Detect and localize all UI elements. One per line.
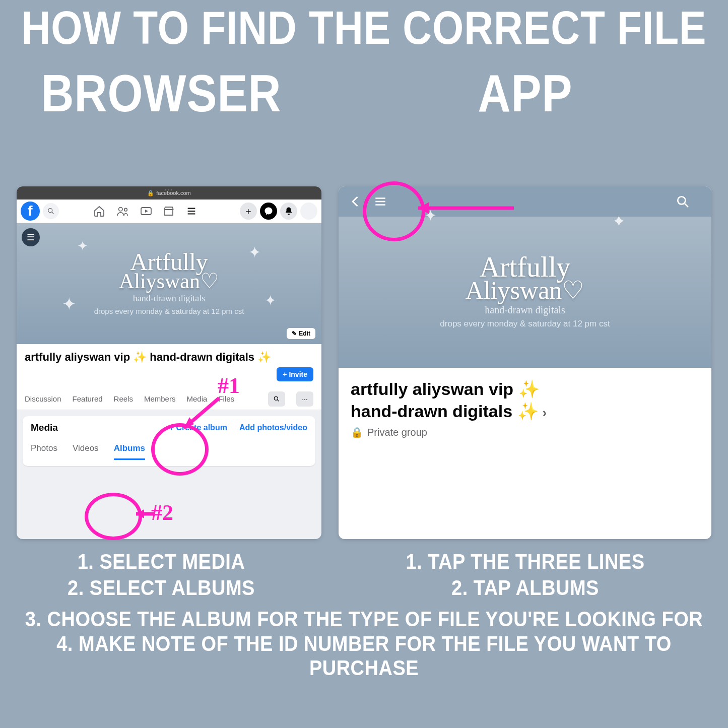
search-icon[interactable] [676, 195, 701, 208]
browser-heading: BROWSER [0, 63, 322, 123]
bell-icon[interactable] [280, 203, 297, 220]
browser-url-bar: ••• 🔒facebook.com [17, 186, 321, 200]
tab-reels[interactable]: Reels [114, 391, 133, 406]
subtab-albums[interactable]: Albums [114, 443, 145, 460]
app-cover: ✦ ✦ ✦ ✦ Artfully Aliyswan♡ hand-drawn di… [339, 217, 711, 368]
brand-tagline: hand-drawn digitals [485, 304, 565, 316]
shared-step-4: 4. MAKE NOTE OF THE ID NUMBER FOR THE FI… [0, 632, 728, 680]
facebook-logo-icon[interactable]: f [21, 202, 40, 221]
media-section: Media + Create album Add photos/video Ph… [23, 416, 315, 466]
svg-line-1 [52, 212, 53, 214]
facebook-topbar: f ＋ [17, 200, 321, 223]
brand-drops: drops every monday & saturday at 12 pm c… [440, 319, 610, 329]
app-group-title: artfully aliyswan vip ✨ hand-drawn digit… [351, 378, 699, 422]
search-icon[interactable] [43, 203, 59, 219]
svg-point-3 [124, 208, 127, 211]
brand-line2: Aliyswan♡ [466, 280, 585, 301]
invite-button[interactable]: + Invite [277, 367, 313, 381]
subtab-videos[interactable]: Videos [73, 443, 99, 460]
browser-step-1: 1. SELECT MEDIA [0, 550, 322, 574]
edit-button[interactable]: ✎Edit [287, 328, 315, 339]
svg-point-0 [48, 209, 52, 213]
app-step-1: 1. TAP THE THREE LINES [322, 550, 728, 574]
svg-point-8 [274, 396, 278, 400]
window-dots: ••• [165, 187, 173, 192]
svg-point-2 [118, 208, 122, 211]
create-album-link[interactable]: + Create album [169, 423, 227, 432]
app-heading: APP [322, 63, 728, 123]
chevron-right-icon: › [543, 405, 547, 420]
tab-files[interactable]: Files [218, 391, 234, 406]
svg-line-9 [278, 400, 279, 401]
media-heading: Media [31, 422, 58, 433]
brand-drops: drops every monday & saturday at 12 pm c… [94, 307, 244, 315]
friends-icon[interactable] [116, 205, 137, 217]
lock-icon: 🔒 [351, 426, 363, 438]
hamburger-icon[interactable] [186, 206, 206, 217]
group-tabs: Discussion Featured Reels Members Media … [17, 388, 321, 410]
pencil-icon: ✎ [292, 330, 297, 337]
tab-featured[interactable]: Featured [73, 391, 103, 406]
hamburger-icon[interactable] [374, 195, 399, 208]
group-title: artfully aliyswan vip ✨ hand-drawn digit… [25, 350, 313, 364]
url-text: facebook.com [156, 190, 190, 196]
group-cover: ☰ ✦ ✦ ✦ ✦ Artfully Aliyswan♡ hand-drawn … [17, 223, 321, 344]
brand-tagline: hand-drawn digitals [133, 293, 205, 304]
app-screenshot: ✦ ✦ ✦ ✦ Artfully Aliyswan♡ hand-drawn di… [339, 186, 711, 539]
svg-point-13 [678, 196, 685, 204]
browser-screenshot: ••• 🔒facebook.com f ＋ [17, 186, 321, 539]
app-step-2: 2. TAP ALBUMS [322, 576, 728, 600]
svg-line-14 [685, 204, 688, 207]
home-icon[interactable] [93, 205, 113, 217]
plus-icon[interactable]: ＋ [240, 203, 257, 220]
marketplace-icon[interactable] [163, 205, 183, 217]
shared-step-3: 3. CHOOSE THE ALBUM FOR THE TYPE OF FILE… [0, 608, 728, 631]
browser-step-2: 2. SELECT ALBUMS [0, 576, 322, 600]
tab-media[interactable]: Media [186, 391, 207, 406]
profile-avatar[interactable] [300, 203, 317, 220]
app-group-header[interactable]: artfully aliyswan vip ✨ hand-drawn digit… [339, 368, 711, 448]
brand-line2: Aliyswan♡ [119, 273, 219, 291]
group-menu-icon[interactable]: ☰ [22, 228, 40, 246]
group-header: artfully aliyswan vip ✨ hand-drawn digit… [17, 344, 321, 388]
tab-more-icon[interactable]: ··· [296, 391, 313, 407]
messenger-icon[interactable] [260, 203, 277, 220]
add-photos-link[interactable]: Add photos/video [239, 423, 307, 432]
private-group-label: 🔒 Private group [351, 426, 699, 438]
tab-search-icon[interactable] [268, 391, 285, 407]
tab-members[interactable]: Members [144, 391, 176, 406]
tab-discussion[interactable]: Discussion [25, 391, 61, 406]
subtab-photos[interactable]: Photos [31, 443, 57, 460]
app-topbar [339, 186, 711, 217]
lock-icon: 🔒 [147, 190, 154, 196]
back-icon[interactable] [349, 194, 374, 209]
watch-icon[interactable] [140, 205, 160, 217]
main-title: HOW TO FIND THE CORRECT FILE [0, 3, 728, 53]
